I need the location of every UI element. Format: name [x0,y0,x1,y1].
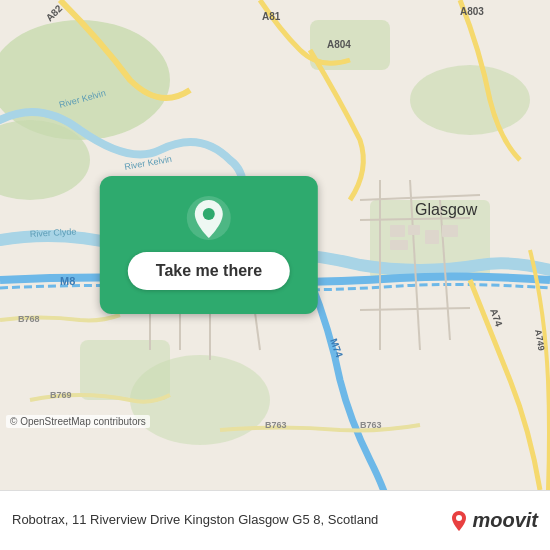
location-popup: Take me there [100,176,318,314]
osm-attribution: © OpenStreetMap contributors [6,415,150,428]
svg-text:Glasgow: Glasgow [415,201,478,218]
info-bar: Robotrax, 11 Riverview Drive Kingston Gl… [0,490,550,550]
svg-text:B769: B769 [50,390,72,400]
svg-rect-41 [425,230,439,244]
svg-text:A804: A804 [327,39,351,50]
svg-rect-39 [408,225,420,235]
svg-point-44 [203,208,215,220]
svg-text:A81: A81 [262,11,281,22]
take-me-there-button[interactable]: Take me there [128,252,290,290]
svg-text:B768: B768 [18,314,40,324]
location-pin-icon [185,194,233,242]
moovit-text: moovit [472,509,538,532]
svg-point-45 [456,515,462,521]
green-popup-card: Take me there [100,176,318,314]
map-container: A82 A81 A803 A804 M8 M8 M74 A74 A749 B76… [0,0,550,490]
address-text: Robotrax, 11 Riverview Drive Kingston Gl… [12,512,442,529]
moovit-pin-icon [450,510,468,532]
svg-point-4 [410,65,530,135]
svg-rect-42 [442,225,458,237]
svg-text:B763: B763 [265,420,287,430]
svg-rect-40 [390,240,408,250]
moovit-logo: moovit [450,509,538,532]
svg-text:M8: M8 [60,275,75,287]
svg-rect-7 [80,340,170,400]
svg-rect-38 [390,225,405,237]
svg-text:A803: A803 [460,6,484,17]
svg-text:B763: B763 [360,420,382,430]
